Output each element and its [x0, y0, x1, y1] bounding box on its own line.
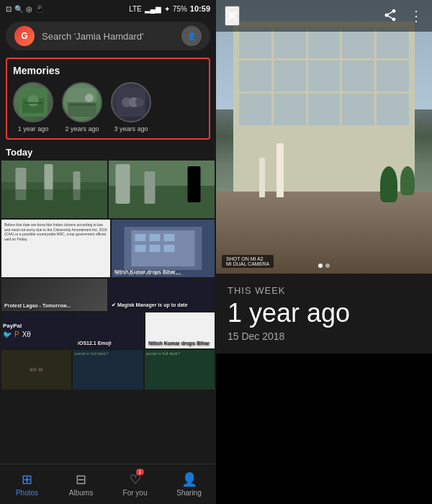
- photo-ios-label: iOS12.1 Emoji: [78, 341, 112, 346]
- memory-image-3: [117, 88, 145, 117]
- albums-icon: ⊟: [76, 472, 86, 487]
- photo-building-image: [112, 220, 215, 277]
- photo-cell-nature-2[interactable]: [109, 161, 215, 218]
- battery-indicator: 75%: [173, 5, 187, 13]
- status-icon-2: 🔍: [14, 5, 23, 13]
- status-icon-3: ◎: [26, 5, 32, 13]
- for-you-icon-wrap: ♡ 1: [130, 472, 141, 487]
- photo-row-1: [1, 161, 215, 218]
- window: [342, 27, 374, 58]
- photo-cell-nature-1[interactable]: [1, 161, 107, 218]
- window: [308, 27, 341, 58]
- photo-row-2: Before that date are bona fide Indian ci…: [1, 220, 215, 277]
- memory-info: THIS WEEK 1 year ago 15 Dec 2018: [216, 274, 432, 354]
- clock: 10:59: [190, 4, 210, 13]
- thumb-3[interactable]: portal in full dark?: [145, 350, 215, 390]
- window: [308, 60, 341, 91]
- window: [239, 60, 271, 91]
- avatar-image: 👤: [187, 32, 196, 40]
- bottom-nav: ⊞ Photos ⊟ Albums ♡ 1 For you 👤 Sharing: [0, 464, 216, 504]
- user-avatar[interactable]: 👤: [181, 26, 202, 46]
- camera-type: MI DUAL CAMERA: [226, 261, 269, 266]
- status-icon-4: 📱: [35, 5, 44, 13]
- lte-icon: LTE: [129, 5, 142, 13]
- trees: [380, 166, 415, 202]
- nav-albums-label: Albums: [69, 489, 93, 497]
- memories-row: 1 year ago 2 years ago: [13, 82, 203, 132]
- photo-cell-magisk[interactable]: ✔ Magisk Manager is up to date: [109, 279, 215, 311]
- close-button[interactable]: ✕: [225, 6, 240, 26]
- window: [274, 94, 306, 125]
- sculpture-2: [276, 143, 284, 197]
- memory-this-week: THIS WEEK: [228, 285, 420, 296]
- memory-label-1: 1 year ago: [18, 125, 49, 132]
- nav-sharing[interactable]: 👤 Sharing: [162, 472, 216, 497]
- dot-1: [318, 264, 323, 268]
- svg-rect-17: [1, 189, 107, 218]
- window: [308, 94, 341, 125]
- memory-item-3[interactable]: 3 years ago: [111, 82, 151, 132]
- photo-cell-news[interactable]: Before that date are bona fide Indian ci…: [1, 220, 110, 277]
- nav-for-you[interactable]: ♡ 1 For you: [108, 472, 162, 497]
- photo-nature-image-2: [109, 161, 215, 218]
- svg-rect-21: [145, 171, 156, 204]
- thumb-1[interactable]: कल का: [1, 350, 71, 390]
- search-text: Search 'Jamia Hamdard': [42, 31, 174, 42]
- left-panel: ⊡ 🔍 ◎ 📱 LTE ▂▄▆ ✦ 75% 10:59 G Search 'Ja…: [0, 0, 216, 504]
- memory-date: 15 Dec 2018: [228, 330, 420, 342]
- svg-point-6: [85, 94, 94, 102]
- status-left-icons: ⊡ 🔍 ◎ 📱: [6, 5, 44, 13]
- window: [239, 94, 271, 125]
- google-logo: G: [14, 26, 35, 46]
- wifi-icon: ✦: [164, 5, 170, 13]
- photo-row-3: Protest Lagao - Tomorrow... ✔ Magisk Man…: [1, 279, 215, 311]
- memory-circle-1: [13, 82, 53, 122]
- memory-photo-view[interactable]: SHOT ON MI A2 MI DUAL CAMERA: [216, 0, 432, 274]
- today-label: Today: [0, 143, 216, 161]
- photo-cell-building[interactable]: Nitish Kumar drops Bihar Just a day afte…: [112, 220, 215, 277]
- svg-rect-27: [150, 234, 161, 241]
- signal-icon: ▂▄▆: [145, 5, 161, 13]
- nav-photos[interactable]: ⊞ Photos: [0, 472, 54, 497]
- photo-nature-image-1: [1, 161, 107, 218]
- sculptures: [259, 143, 284, 197]
- window: [377, 94, 409, 125]
- top-right-icons: ⋮: [383, 7, 423, 24]
- photos-icon: ⊞: [22, 472, 32, 487]
- dot-2: [325, 264, 330, 268]
- more-button[interactable]: ⋮: [409, 7, 423, 24]
- photo-cell-news2[interactable]: Nitish Kumar drops Bihar: [145, 312, 215, 348]
- share-icon: [383, 8, 397, 22]
- memories-section: Memories 1 year ago: [6, 58, 210, 140]
- status-bar: ⊡ 🔍 ◎ 📱 LTE ▂▄▆ ✦ 75% 10:59: [0, 0, 216, 17]
- window: [274, 60, 306, 91]
- status-right-icons: LTE ▂▄▆ ✦ 75% 10:59: [129, 4, 210, 13]
- status-icon-1: ⊡: [6, 5, 12, 13]
- thumb-row: कल का portal in full dark? portal in ful…: [1, 350, 215, 390]
- photo-cell-protest[interactable]: Protest Lagao - Tomorrow...: [1, 279, 107, 311]
- memory-label-2: 2 years ago: [65, 125, 99, 132]
- sculpture-1: [259, 158, 265, 197]
- svg-point-11: [135, 98, 144, 107]
- window: [342, 94, 374, 125]
- photo-news-label: Nitish Kumar drops Bihar: [148, 341, 210, 346]
- thumb-2[interactable]: portal in full dark?: [73, 350, 143, 390]
- svg-rect-3: [24, 102, 42, 104]
- photo-row-4: PayPal 🐦 P Xθ iOS12.1 Emoji Nitish Kumar…: [1, 312, 215, 348]
- svg-rect-28: [164, 234, 175, 241]
- window: [274, 27, 306, 58]
- photo-cell-ios[interactable]: iOS12.1 Emoji: [75, 312, 144, 348]
- search-bar[interactable]: G Search 'Jamia Hamdard' 👤: [6, 22, 210, 50]
- share-button[interactable]: [383, 8, 397, 24]
- nav-albums[interactable]: ⊟ Albums: [54, 472, 108, 497]
- memory-item-1[interactable]: 1 year ago: [13, 82, 53, 132]
- photo-cell-apps[interactable]: PayPal 🐦 P Xθ: [1, 312, 73, 348]
- memory-image-2: [68, 88, 96, 117]
- svg-rect-22: [188, 166, 201, 202]
- tree-1: [380, 166, 397, 202]
- nav-for-you-label: For you: [123, 489, 148, 497]
- news-text: Before that date are bona fide Indian ci…: [4, 222, 107, 241]
- tree-2: [400, 166, 415, 195]
- camera-name: SHOT ON MI A2: [226, 256, 269, 261]
- memory-item-2[interactable]: 2 years ago: [62, 82, 102, 132]
